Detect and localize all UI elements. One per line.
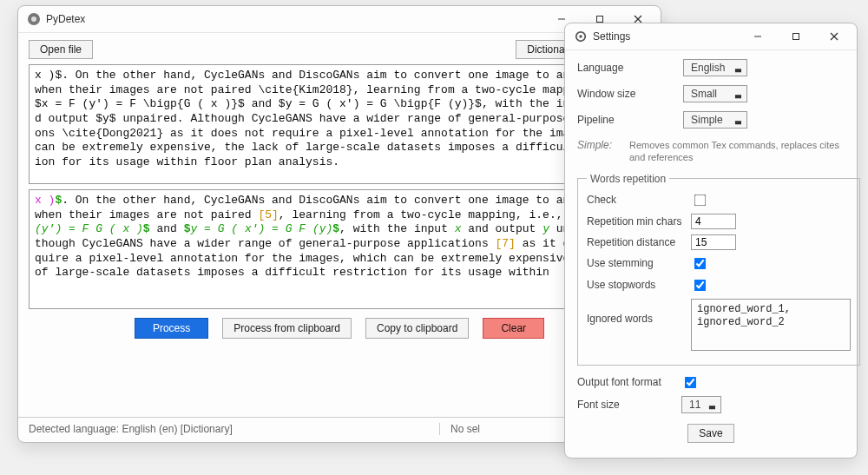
window-size-combo[interactable]: Small ▃ (683, 85, 747, 102)
open-file-button[interactable]: Open file (29, 40, 93, 59)
process-button[interactable]: Process (135, 318, 208, 339)
words-repetition-group: Words repetition Check Repetition min ch… (577, 173, 860, 366)
save-button[interactable]: Save (687, 424, 733, 443)
ignored-words-input[interactable]: ignored_word_1, ignored_word_2 (691, 299, 851, 351)
app-icon (27, 12, 41, 26)
pipeline-combo[interactable]: Simple ▃ (683, 111, 747, 129)
detected-language-status: Detected language: English (en) [Diction… (29, 423, 233, 435)
rep-dist-input[interactable] (691, 234, 736, 250)
svg-rect-3 (597, 16, 603, 23)
language-combo[interactable]: English ▃ (683, 59, 747, 76)
font-size-combo[interactable]: 11 ▃ (681, 396, 721, 413)
pipeline-label: Pipeline (577, 114, 683, 126)
stopwords-checkbox[interactable] (694, 279, 707, 291)
rep-min-label: Repetition min chars (587, 215, 691, 228)
check-label: Check (587, 194, 691, 206)
output-text: x )$. On the other hand, CycleGANs and D… (35, 194, 644, 280)
svg-rect-9 (793, 34, 799, 40)
settings-title: Settings (593, 30, 739, 43)
output-font-checkbox[interactable] (685, 376, 697, 388)
check-checkbox[interactable] (694, 194, 707, 206)
clear-button[interactable]: Clear (483, 318, 544, 339)
title-text: PyDetex (46, 13, 542, 25)
chevron-down-icon: ▃ (709, 400, 715, 409)
stemming-label: Use stemming (587, 257, 691, 269)
settings-minimize-button[interactable] (739, 24, 777, 49)
ignored-label: Ignored words (587, 299, 691, 325)
settings-window: Settings Language English ▃ Window size … (564, 23, 858, 459)
output-font-label: Output font format (577, 376, 681, 388)
input-text-area[interactable]: x )$. On the other hand, CycleGANs and D… (29, 64, 650, 184)
output-text-area[interactable]: x )$. On the other hand, CycleGANs and D… (29, 189, 650, 309)
chevron-down-icon: ▃ (735, 115, 741, 124)
pipeline-description: Removes common Tex commands, replaces ci… (629, 139, 845, 164)
rep-dist-label: Repetition distance (587, 236, 691, 248)
font-size-label: Font size (577, 399, 681, 411)
stopwords-label: Use stopwords (587, 279, 691, 291)
language-label: Language (577, 62, 683, 74)
svg-point-7 (579, 35, 582, 38)
svg-point-1 (31, 16, 36, 22)
window-size-label: Window size (577, 88, 683, 100)
input-text: x )$. On the other hand, CycleGANs and D… (35, 69, 644, 169)
chevron-down-icon: ▃ (735, 89, 741, 98)
rep-min-input[interactable] (691, 214, 736, 229)
pipeline-name: Simple: (577, 139, 629, 164)
words-repetition-legend: Words repetition (587, 173, 669, 185)
settings-close-button[interactable] (815, 24, 853, 49)
settings-titlebar[interactable]: Settings (565, 23, 857, 50)
chevron-down-icon: ▃ (735, 63, 741, 72)
gear-icon (574, 30, 588, 43)
settings-maximize-button[interactable] (777, 24, 815, 49)
copy-to-clipboard-button[interactable]: Copy to clipboard (365, 318, 469, 339)
process-from-clipboard-button[interactable]: Process from clipboard (222, 318, 352, 339)
stemming-checkbox[interactable] (694, 257, 707, 269)
